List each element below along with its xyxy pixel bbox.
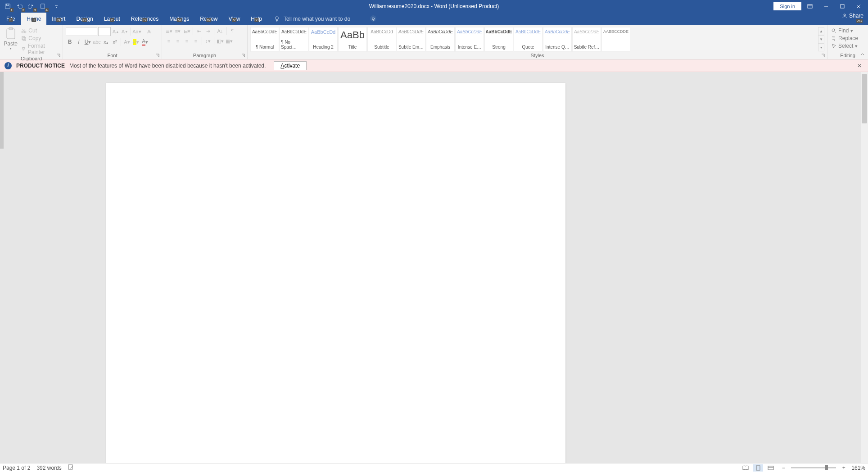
shrink-font-button[interactable]: A▼	[121, 27, 129, 36]
multilevel-list-button[interactable]: ⊟▾	[183, 27, 191, 35]
tab-design[interactable]: DesignG	[71, 13, 98, 25]
gallery-up-button[interactable]: ▲	[818, 27, 824, 35]
gallery-down-button[interactable]: ▼	[818, 35, 824, 43]
clipboard-launcher[interactable]	[56, 53, 62, 58]
tab-help[interactable]: HelpY	[245, 13, 267, 25]
sign-in-button[interactable]: Sign in	[773, 2, 801, 10]
gallery-more-button[interactable]: ▾	[818, 43, 824, 51]
paragraph-launcher[interactable]	[241, 53, 246, 58]
highlight-button[interactable]: A▾	[132, 38, 140, 46]
shading-button[interactable]: ◧▾	[216, 37, 224, 45]
style-item[interactable]: AaBbCcDdEEmphasis	[426, 27, 455, 52]
scrollbar-thumb[interactable]	[862, 74, 867, 123]
increase-indent-button[interactable]: ⇥	[204, 27, 212, 35]
underline-button[interactable]: U▾	[84, 38, 92, 46]
style-item[interactable]: AaBbCcDdHeading 2	[309, 27, 338, 52]
style-item[interactable]: AaBbCcDdEStrong	[484, 27, 513, 52]
style-item[interactable]: AaBbCcDdESubtle Ref…	[572, 27, 601, 52]
zoom-slider-knob[interactable]	[825, 465, 828, 470]
grow-font-button[interactable]: A▲	[112, 27, 120, 36]
activate-button[interactable]: Activate	[274, 61, 307, 70]
italic-button[interactable]: I	[75, 38, 83, 46]
qat-redo-button[interactable]: 3	[26, 1, 36, 11]
justify-button[interactable]: ≡	[192, 37, 200, 45]
change-case-button[interactable]: Aa▾	[133, 27, 141, 36]
styles-launcher[interactable]	[821, 53, 826, 58]
close-notice-button[interactable]: ✕	[855, 63, 863, 69]
subscript-button[interactable]: x₂	[102, 38, 110, 46]
font-family-select[interactable]	[66, 27, 97, 36]
zoom-slider[interactable]	[791, 467, 836, 468]
style-item[interactable]: AABBCCDDE	[601, 27, 630, 52]
tab-file[interactable]: File F	[0, 13, 21, 25]
tab-references[interactable]: ReferencesS	[126, 13, 164, 25]
tab-mailings[interactable]: MailingsM	[164, 13, 194, 25]
close-button[interactable]	[851, 1, 866, 11]
vertical-scrollbar[interactable]	[861, 72, 868, 463]
style-item[interactable]: AaBbCcDdE¶ Normal	[250, 27, 279, 52]
clear-formatting-button[interactable]: A̶	[145, 27, 153, 36]
show-marks-button[interactable]: ¶	[228, 27, 236, 35]
qat-undo-button[interactable]: 2	[14, 1, 24, 11]
qat-customize-button[interactable]	[54, 1, 59, 11]
page-indicator[interactable]: Page 1 of 2	[3, 465, 30, 471]
style-item[interactable]: AaBbCcDdE¶ No Spaci…	[280, 27, 308, 52]
paste-button[interactable]: Paste ▾	[3, 27, 18, 50]
bold-button[interactable]: B	[66, 38, 74, 46]
keytip: 4	[45, 8, 49, 12]
copy-button[interactable]: Copy	[20, 35, 60, 42]
share-button[interactable]: Share ZS	[842, 13, 863, 19]
format-painter-button[interactable]: Format Painter	[20, 42, 60, 56]
qat-touch-mode-button[interactable]: 4	[38, 1, 48, 11]
tab-home[interactable]: Home H	[21, 13, 46, 25]
tell-me-search[interactable]: Q	[274, 13, 374, 25]
bullets-button[interactable]: ≣▾	[165, 27, 173, 35]
cut-button[interactable]: Cut	[20, 27, 60, 34]
tab-insert[interactable]: InsertN	[46, 13, 71, 25]
vertical-ruler[interactable]	[0, 72, 4, 149]
ribbon-display-options-button[interactable]	[802, 1, 818, 11]
replace-button[interactable]: Replace	[830, 35, 865, 42]
style-name: ¶ Normal	[256, 45, 274, 50]
zoom-level[interactable]: 161%	[851, 465, 865, 471]
sort-button[interactable]: A↓	[216, 27, 224, 35]
tell-me-input[interactable]	[284, 16, 374, 22]
style-name: Intense Q…	[545, 45, 569, 50]
text-effects-button[interactable]: A▾	[123, 38, 131, 46]
superscript-button[interactable]: x²	[111, 38, 119, 46]
web-layout-button[interactable]	[766, 464, 776, 472]
tab-review[interactable]: ReviewW	[194, 13, 223, 25]
strikethrough-button[interactable]: abc	[93, 38, 101, 46]
font-size-select[interactable]	[98, 27, 111, 36]
select-button[interactable]: Select ▾	[830, 42, 865, 50]
style-item[interactable]: AaBbCcDdEQuote	[514, 27, 542, 52]
align-left-button[interactable]: ≡	[165, 37, 173, 45]
print-layout-button[interactable]	[753, 464, 763, 472]
tab-view[interactable]: ViewV	[223, 13, 246, 25]
page[interactable]: issues, agreement questions, cancellatio…	[106, 83, 565, 463]
font-color-button[interactable]: A▾	[141, 38, 149, 46]
word-count[interactable]: 392 words	[36, 465, 61, 471]
decrease-indent-button[interactable]: ⇤	[195, 27, 203, 35]
style-item[interactable]: AaBbTitle	[338, 27, 367, 52]
style-item[interactable]: AaBbCcDdESubtle Em…	[397, 27, 425, 52]
borders-button[interactable]: ▦▾	[225, 37, 233, 45]
find-button[interactable]: Find ▾	[830, 27, 865, 34]
tab-layout[interactable]: LayoutP	[99, 13, 126, 25]
qat-save-button[interactable]: 1	[3, 1, 13, 11]
numbering-button[interactable]: ≡▾	[174, 27, 182, 35]
font-launcher[interactable]	[155, 53, 161, 58]
align-center-button[interactable]: ≡	[174, 37, 182, 45]
zoom-in-button[interactable]: +	[839, 464, 849, 472]
spell-check-icon[interactable]	[68, 464, 74, 471]
line-spacing-button[interactable]: ↕▾	[204, 37, 212, 45]
zoom-out-button[interactable]: −	[778, 464, 788, 472]
style-item[interactable]: AaBbCcDdSubtitle	[367, 27, 396, 52]
style-item[interactable]: AaBbCcDdEIntense E…	[455, 27, 484, 52]
read-mode-button[interactable]	[741, 464, 750, 472]
style-item[interactable]: AaBbCcDdEIntense Q…	[543, 27, 572, 52]
maximize-button[interactable]	[835, 1, 850, 11]
align-right-button[interactable]: ≡	[183, 37, 191, 45]
minimize-button[interactable]	[818, 1, 834, 11]
collapse-ribbon-button[interactable]	[859, 51, 866, 58]
